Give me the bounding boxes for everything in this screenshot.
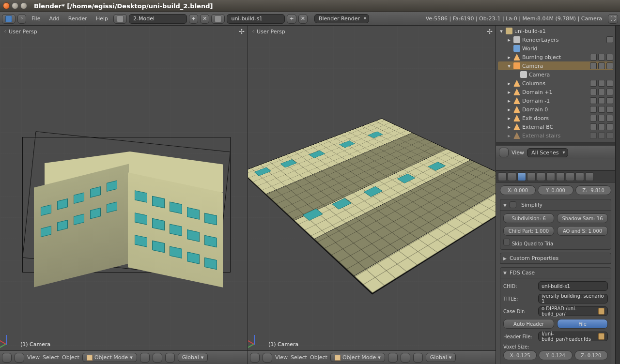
render-icon[interactable] (606, 89, 613, 95)
fds-casedir-input[interactable]: o DIPRADI/uni-build_par/ (538, 306, 608, 316)
collapse-menus-left[interactable] (15, 353, 24, 363)
cursor-icon[interactable] (598, 54, 605, 61)
outliner-item-external-bc[interactable]: ▸ External BC (498, 122, 613, 131)
cursor-icon[interactable] (598, 115, 605, 121)
screen-delete-button[interactable]: ✕ (200, 14, 209, 24)
view3d-menu-view-right[interactable]: View (275, 354, 288, 361)
outliner-item-external-stairs[interactable]: ▸ External stairs (498, 131, 613, 140)
window-close-button[interactable] (3, 2, 10, 9)
cursor-icon[interactable] (598, 123, 605, 130)
gravity-z[interactable]: Z: -9.810 (575, 185, 611, 195)
render-icon[interactable] (606, 132, 613, 139)
tab-render[interactable] (498, 172, 507, 181)
collapse-menus-button[interactable]: ◦ (17, 14, 26, 24)
collapse-menus-right[interactable] (263, 353, 272, 363)
folder-icon[interactable] (598, 333, 604, 340)
view3d-menu-object-right[interactable]: Object (310, 354, 327, 361)
scene-add-button[interactable]: + (287, 14, 296, 24)
simplify-child-particles[interactable]: Child Part: 1.000 (503, 226, 554, 236)
fds-file-button[interactable]: File (557, 319, 608, 329)
simplify-subdivision[interactable]: Subdivision: 6 (503, 213, 554, 223)
view3d-menu-select-left[interactable]: Select (43, 354, 59, 361)
outliner-item-columns[interactable]: ▸ Columns (498, 79, 613, 88)
render-icon[interactable] (606, 106, 613, 113)
layers-button-left[interactable] (165, 353, 175, 363)
folder-icon[interactable] (598, 308, 604, 315)
render-icon[interactable] (606, 62, 613, 69)
fds-title-input[interactable]: iversity building, scenario 1 (538, 294, 608, 303)
viewport-right[interactable]: ◦ User Persp ✢ (1) Camera View Select Ob… (248, 26, 496, 364)
menu-render[interactable]: Render (65, 14, 91, 23)
render-icon[interactable] (606, 115, 613, 121)
render-icon[interactable] (606, 97, 613, 104)
voxel-x[interactable]: X: 0.125 (503, 350, 537, 360)
cursor-icon[interactable] (598, 106, 605, 113)
eye-icon[interactable] (590, 89, 597, 95)
window-maximize-button[interactable] (20, 2, 27, 9)
cursor-icon[interactable] (598, 89, 605, 95)
tab-texture[interactable] (575, 172, 584, 181)
tab-object[interactable] (527, 172, 536, 181)
outliner-item-domain-p1[interactable]: ▸ Domain +1 (498, 88, 613, 96)
area-split-handle-right[interactable]: ✢ (487, 28, 493, 35)
eye-icon[interactable] (590, 54, 597, 61)
editor-type-info[interactable] (2, 14, 16, 24)
eye-icon[interactable] (590, 97, 597, 104)
properties-vscroll[interactable] (615, 26, 620, 364)
outliner-item-camera-data[interactable]: Camera (498, 70, 613, 79)
render-icon[interactable] (606, 54, 613, 61)
restrict-render-icon[interactable] (606, 36, 613, 43)
properties-body[interactable]: X: 0.000 Y: 0.000 Z: -9.810 Simplify Sub… (496, 182, 615, 364)
tab-data[interactable] (556, 172, 565, 181)
fullscreen-button[interactable]: ⛶ (608, 14, 618, 24)
outliner[interactable]: ▾ uni-build-s1 ▸ RenderLayers World ▸ (496, 26, 615, 171)
panel-fds-case-header[interactable]: FDS Case (500, 268, 611, 278)
menu-help[interactable]: Help (93, 14, 111, 23)
fds-headerfile-input[interactable]: I/uni-build_par/header.fds (538, 332, 608, 341)
pivot-button-left[interactable] (153, 353, 162, 363)
view3d-menu-object-left[interactable]: Object (62, 354, 79, 361)
eye-icon[interactable] (590, 80, 597, 87)
outliner-item-domain-0[interactable]: ▸ Domain 0 (498, 105, 613, 114)
render-icon[interactable] (606, 80, 613, 87)
tab-material[interactable] (566, 172, 574, 181)
mode-dropdown-left[interactable]: Object Mode ▾ (82, 353, 137, 362)
fds-auto-header-button[interactable]: Auto Header (503, 319, 554, 329)
cursor-icon[interactable] (598, 97, 605, 104)
outliner-item-camera-group[interactable]: ▾ Camera (498, 61, 613, 70)
view3d-menu-view-left[interactable]: View (27, 354, 40, 361)
layers-button-right[interactable] (413, 353, 423, 363)
tab-modifiers[interactable] (546, 172, 555, 181)
editor-type-3dview-right[interactable] (250, 353, 260, 363)
orientation-dropdown-right[interactable]: Global ▾ (426, 353, 456, 362)
panel-custom-properties-header[interactable]: Custom Properties (500, 253, 611, 264)
gravity-y[interactable]: Y: 0.000 (538, 185, 574, 195)
panel-simplify-header[interactable]: Simplify (500, 199, 611, 211)
shading-button-right[interactable] (388, 353, 398, 363)
outliner-scene[interactable]: ▾ uni-build-s1 (498, 27, 613, 35)
screen-browse-button[interactable] (113, 14, 127, 24)
eye-icon[interactable] (590, 62, 597, 69)
outliner-item-burning[interactable]: ▸ Burning object (498, 53, 613, 61)
window-minimize-button[interactable] (12, 2, 18, 9)
voxel-y[interactable]: Y: 0.124 (539, 350, 572, 360)
outliner-item-exit-doors[interactable]: ▸ Exit doors (498, 114, 613, 122)
mode-dropdown-right[interactable]: Object Mode ▾ (330, 353, 385, 362)
screen-add-button[interactable]: + (189, 14, 198, 24)
render-engine-dropdown[interactable]: Blender Render (314, 14, 369, 23)
tab-scene[interactable] (508, 172, 516, 181)
outliner-renderlayers[interactable]: ▸ RenderLayers (498, 35, 613, 44)
simplify-ao-sss[interactable]: AO and S: 1.000 (557, 226, 608, 236)
tab-physics[interactable] (585, 172, 594, 181)
outliner-item-domain-m1[interactable]: ▸ Domain -1 (498, 96, 613, 105)
cursor-icon[interactable] (598, 62, 605, 69)
tab-constraints[interactable] (537, 172, 545, 181)
area-split-handle-left[interactable]: ✢ (239, 28, 245, 35)
orientation-dropdown-left[interactable]: Global ▾ (178, 353, 208, 362)
outliner-menu-view[interactable]: View (512, 150, 524, 156)
editor-type-3dview-left[interactable] (2, 353, 12, 363)
voxel-z[interactable]: Z: 0.120 (574, 350, 608, 360)
simplify-shadow-samples[interactable]: Shadow Sam: 16 (557, 213, 608, 223)
shading-button-left[interactable] (140, 353, 150, 363)
pivot-button-right[interactable] (401, 353, 410, 363)
